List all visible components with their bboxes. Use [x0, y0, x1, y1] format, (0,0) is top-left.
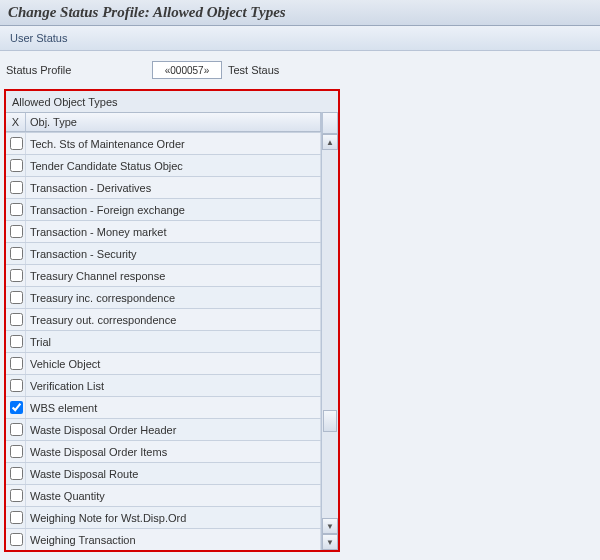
- row-checkbox-cell: [6, 529, 26, 550]
- scroll-down-button[interactable]: ▼: [322, 518, 338, 534]
- row-label: Tender Candidate Status Objec: [26, 155, 321, 176]
- status-profile-row: Status Profile Test Staus: [4, 61, 592, 79]
- row-label: Verification List: [26, 375, 321, 396]
- header-obj-type[interactable]: Obj. Type: [26, 113, 321, 131]
- title-bar: Change Status Profile: Allowed Object Ty…: [0, 0, 600, 26]
- table-title: Allowed Object Types: [6, 93, 338, 112]
- row-label: Vehicle Object: [26, 353, 321, 374]
- row-label: Treasury out. correspondence: [26, 309, 321, 330]
- row-label: Transaction - Money market: [26, 221, 321, 242]
- row-checkbox-cell: [6, 265, 26, 286]
- row-label: Weighing Note for Wst.Disp.Ord: [26, 507, 321, 528]
- row-label: Transaction - Foreign exchange: [26, 199, 321, 220]
- user-status-link[interactable]: User Status: [10, 32, 67, 44]
- vertical-scrollbar[interactable]: ▲ ▼ ▼: [321, 112, 338, 550]
- row-checkbox-cell: [6, 397, 26, 418]
- table-row[interactable]: Treasury inc. correspondence: [6, 286, 321, 308]
- row-checkbox-cell: [6, 419, 26, 440]
- row-label: Tech. Sts of Maintenance Order: [26, 133, 321, 154]
- row-checkbox[interactable]: [10, 445, 23, 458]
- row-checkbox-cell: [6, 485, 26, 506]
- table-row[interactable]: Treasury Channel response: [6, 264, 321, 286]
- row-checkbox[interactable]: [10, 203, 23, 216]
- row-checkbox[interactable]: [10, 291, 23, 304]
- page-title: Change Status Profile: Allowed Object Ty…: [8, 4, 286, 20]
- row-label: Transaction - Security: [26, 243, 321, 264]
- row-checkbox[interactable]: [10, 489, 23, 502]
- scroll-down-button-2[interactable]: ▼: [322, 534, 338, 550]
- row-checkbox[interactable]: [10, 335, 23, 348]
- row-label: Weighing Transaction: [26, 529, 321, 550]
- row-label: Waste Disposal Order Header: [26, 419, 321, 440]
- scroll-up-button[interactable]: ▲: [322, 134, 338, 150]
- row-checkbox[interactable]: [10, 247, 23, 260]
- row-label: Waste Disposal Route: [26, 463, 321, 484]
- row-checkbox-cell: [6, 133, 26, 154]
- row-checkbox[interactable]: [10, 225, 23, 238]
- toolbar: User Status: [0, 26, 600, 51]
- table-row[interactable]: Transaction - Derivatives: [6, 176, 321, 198]
- table-row[interactable]: Trial: [6, 330, 321, 352]
- table-row[interactable]: Transaction - Foreign exchange: [6, 198, 321, 220]
- chevron-up-icon: ▲: [326, 138, 334, 147]
- row-checkbox[interactable]: [10, 357, 23, 370]
- row-label: Treasury Channel response: [26, 265, 321, 286]
- table-row[interactable]: Treasury out. correspondence: [6, 308, 321, 330]
- table-row[interactable]: Verification List: [6, 374, 321, 396]
- chevron-down-icon: ▼: [326, 522, 334, 531]
- table-row[interactable]: WBS element: [6, 396, 321, 418]
- row-checkbox[interactable]: [10, 181, 23, 194]
- status-profile-label: Status Profile: [6, 64, 146, 76]
- table-row[interactable]: Weighing Transaction: [6, 528, 321, 550]
- header-row: X Obj. Type: [6, 112, 321, 132]
- row-checkbox-cell: [6, 353, 26, 374]
- table-row[interactable]: Waste Disposal Route: [6, 462, 321, 484]
- row-checkbox-cell: [6, 331, 26, 352]
- row-checkbox-cell: [6, 155, 26, 176]
- chevron-down-icon: ▼: [326, 538, 334, 547]
- row-checkbox[interactable]: [10, 511, 23, 524]
- row-checkbox[interactable]: [10, 159, 23, 172]
- scroll-thumb[interactable]: [323, 410, 337, 432]
- table-row[interactable]: Waste Disposal Order Items: [6, 440, 321, 462]
- row-checkbox-cell: [6, 221, 26, 242]
- table-row[interactable]: Vehicle Object: [6, 352, 321, 374]
- row-checkbox[interactable]: [10, 269, 23, 282]
- table-row[interactable]: Transaction - Security: [6, 242, 321, 264]
- grid: X Obj. Type Tech. Sts of Maintenance Ord…: [6, 112, 321, 550]
- row-checkbox-cell: [6, 463, 26, 484]
- row-checkbox[interactable]: [10, 137, 23, 150]
- table-row[interactable]: Waste Disposal Order Header: [6, 418, 321, 440]
- row-checkbox-cell: [6, 177, 26, 198]
- row-checkbox-cell: [6, 243, 26, 264]
- row-checkbox-cell: [6, 441, 26, 462]
- row-checkbox[interactable]: [10, 423, 23, 436]
- row-checkbox-cell: [6, 375, 26, 396]
- row-checkbox-cell: [6, 507, 26, 528]
- row-checkbox[interactable]: [10, 467, 23, 480]
- scroll-track[interactable]: [322, 150, 338, 518]
- header-x[interactable]: X: [6, 113, 26, 131]
- row-checkbox[interactable]: [10, 533, 23, 546]
- table-row[interactable]: Waste Quantity: [6, 484, 321, 506]
- row-checkbox-cell: [6, 287, 26, 308]
- row-checkbox-cell: [6, 199, 26, 220]
- table-row[interactable]: Weighing Note for Wst.Disp.Ord: [6, 506, 321, 528]
- row-label: Trial: [26, 331, 321, 352]
- row-checkbox-cell: [6, 309, 26, 330]
- table-row[interactable]: Tender Candidate Status Objec: [6, 154, 321, 176]
- status-profile-desc: Test Staus: [228, 64, 279, 76]
- row-label: Waste Disposal Order Items: [26, 441, 321, 462]
- allowed-object-types-table: Allowed Object Types X Obj. Type Tech. S…: [4, 89, 340, 552]
- table-row[interactable]: Tech. Sts of Maintenance Order: [6, 132, 321, 154]
- status-profile-input[interactable]: [152, 61, 222, 79]
- content-area: Status Profile Test Staus Allowed Object…: [0, 51, 600, 560]
- row-label: Transaction - Derivatives: [26, 177, 321, 198]
- row-label: Treasury inc. correspondence: [26, 287, 321, 308]
- row-checkbox[interactable]: [10, 379, 23, 392]
- row-checkbox[interactable]: [10, 313, 23, 326]
- row-checkbox[interactable]: [10, 401, 23, 414]
- row-label: WBS element: [26, 397, 321, 418]
- scrollbar-header-spacer: [322, 112, 338, 134]
- table-row[interactable]: Transaction - Money market: [6, 220, 321, 242]
